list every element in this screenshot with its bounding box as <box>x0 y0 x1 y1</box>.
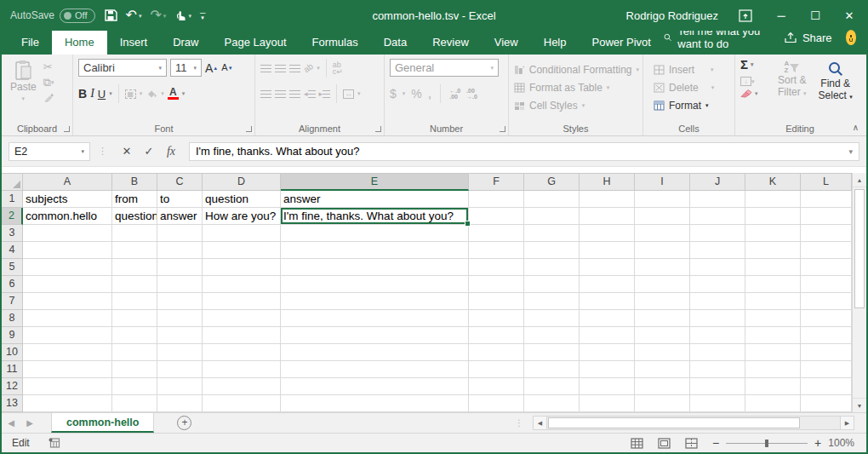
save-button[interactable] <box>104 9 117 22</box>
cell-i5[interactable] <box>635 259 690 276</box>
cell-i10[interactable] <box>635 344 690 361</box>
cell-c8[interactable] <box>157 310 203 327</box>
cell-h5[interactable] <box>580 259 635 276</box>
row-header-6[interactable]: 6 <box>2 276 23 293</box>
touch-mouse-mode-button[interactable]: ▾ <box>174 9 191 22</box>
zoom-percentage[interactable]: 100% <box>828 437 854 449</box>
cell-e3[interactable] <box>281 225 469 242</box>
cell-f5[interactable] <box>469 259 524 276</box>
tab-file[interactable]: File <box>9 31 52 55</box>
autosave-toggle[interactable]: AutoSave Off <box>10 9 95 23</box>
cell-l9[interactable] <box>801 327 852 344</box>
scroll-up-icon[interactable]: ▲ <box>853 173 866 187</box>
cell-d6[interactable] <box>203 276 281 293</box>
cell-l7[interactable] <box>801 293 852 310</box>
formula-input[interactable]: I'm fine, thanks. What about you?▾ <box>189 142 859 161</box>
column-header-d[interactable]: D <box>203 173 281 191</box>
column-header-b[interactable]: B <box>112 173 157 191</box>
cell-k4[interactable] <box>745 242 801 259</box>
align-middle-button[interactable] <box>275 65 286 72</box>
cell-f7[interactable] <box>469 293 524 310</box>
tab-data[interactable]: Data <box>371 31 420 55</box>
row-header-5[interactable]: 5 <box>2 259 23 276</box>
cell-a5[interactable] <box>23 259 112 276</box>
cell-d3[interactable] <box>203 225 281 242</box>
cell-a9[interactable] <box>23 327 112 344</box>
sheet-tab-common-hello[interactable]: common-hello <box>51 413 154 433</box>
italic-button[interactable]: I <box>90 88 94 100</box>
cell-a7[interactable] <box>23 293 112 310</box>
share-button[interactable]: Share <box>784 32 832 44</box>
tab-draw[interactable]: Draw <box>160 31 211 55</box>
row-header-13[interactable]: 13 <box>2 395 23 412</box>
macro-recording-button[interactable] <box>49 438 60 448</box>
cell-d12[interactable] <box>203 378 281 395</box>
cell-styles-button[interactable]: Cell Styles▾ <box>514 96 639 114</box>
alignment-dialog-launcher[interactable] <box>375 126 381 132</box>
cell-i1[interactable] <box>635 191 690 208</box>
maximize-button[interactable]: ☐ <box>798 0 832 31</box>
cell-k10[interactable] <box>745 344 801 361</box>
feedback-smiley-button[interactable] <box>846 30 856 45</box>
increase-font-size-button[interactable]: A▲ <box>205 62 218 74</box>
insert-cells-button[interactable]: Insert▾ <box>654 60 731 78</box>
sheet-nav-right-icon[interactable]: ▶ <box>20 418 39 428</box>
cell-b3[interactable] <box>112 225 157 242</box>
align-left-button[interactable] <box>260 90 271 98</box>
cell-d8[interactable] <box>203 310 281 327</box>
cell-g3[interactable] <box>524 225 580 242</box>
cell-c9[interactable] <box>157 327 203 344</box>
sort-filter-button[interactable]: AZ Sort & Filter ▾ <box>774 60 810 104</box>
zoom-in-button[interactable]: + <box>814 436 821 450</box>
cell-f2[interactable] <box>469 208 524 225</box>
clipboard-dialog-launcher[interactable] <box>64 126 70 132</box>
cell-e2[interactable]: I'm fine, thanks. What about you? <box>281 208 469 225</box>
cell-g9[interactable] <box>524 327 580 344</box>
font-dialog-launcher[interactable] <box>246 126 252 132</box>
cell-l4[interactable] <box>801 242 852 259</box>
cell-i8[interactable] <box>635 310 690 327</box>
cell-e1[interactable]: answer <box>281 191 469 208</box>
cell-f8[interactable] <box>469 310 524 327</box>
cell-a12[interactable] <box>23 378 112 395</box>
cell-a10[interactable] <box>23 344 112 361</box>
cell-b10[interactable] <box>112 344 157 361</box>
cell-g10[interactable] <box>524 344 580 361</box>
cell-c1[interactable]: to <box>157 191 203 208</box>
cell-f3[interactable] <box>469 225 524 242</box>
cell-l8[interactable] <box>801 310 852 327</box>
cell-e9[interactable] <box>281 327 469 344</box>
tab-help[interactable]: Help <box>531 31 580 55</box>
cell-j3[interactable] <box>690 225 745 242</box>
cell-d9[interactable] <box>203 327 281 344</box>
zoom-out-button[interactable]: − <box>712 436 719 450</box>
increase-decimal-button[interactable]: ←.0.00 <box>449 88 460 101</box>
cell-j13[interactable] <box>690 395 745 412</box>
cell-h1[interactable] <box>580 191 635 208</box>
row-header-2[interactable]: 2 <box>2 208 23 225</box>
cell-a13[interactable] <box>23 395 112 412</box>
cell-g2[interactable] <box>524 208 580 225</box>
row-header-8[interactable]: 8 <box>2 310 23 327</box>
cell-g4[interactable] <box>524 242 580 259</box>
scroll-left-icon[interactable]: ◀ <box>533 416 547 430</box>
cell-l10[interactable] <box>801 344 852 361</box>
new-sheet-button[interactable]: + <box>177 416 191 430</box>
cell-i9[interactable] <box>635 327 690 344</box>
column-header-j[interactable]: J <box>690 173 745 191</box>
cell-f4[interactable] <box>469 242 524 259</box>
column-header-h[interactable]: H <box>580 173 635 191</box>
horizontal-scroll-track[interactable] <box>547 416 840 430</box>
cell-h12[interactable] <box>580 378 635 395</box>
row-header-9[interactable]: 9 <box>2 327 23 344</box>
column-header-f[interactable]: F <box>469 173 524 191</box>
column-header-l[interactable]: L <box>801 173 852 191</box>
tab-home[interactable]: Home <box>52 31 107 55</box>
cell-l11[interactable] <box>801 361 852 378</box>
cell-e4[interactable] <box>281 242 469 259</box>
cell-j7[interactable] <box>690 293 745 310</box>
user-name[interactable]: Rodrigo Rodriguez <box>626 9 718 22</box>
cell-a2[interactable]: common.hello <box>23 208 112 225</box>
cell-c13[interactable] <box>157 395 203 412</box>
tab-power-pivot[interactable]: Power Pivot <box>580 31 664 55</box>
